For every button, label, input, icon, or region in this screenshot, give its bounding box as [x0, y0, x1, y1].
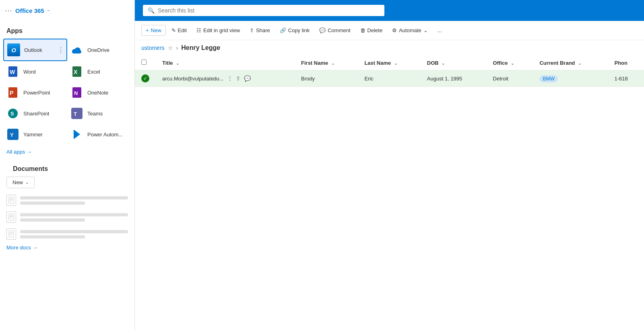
more-options-button[interactable]: ...: [433, 25, 446, 35]
app-item-word[interactable]: W Word: [3, 61, 67, 82]
excel-icon: X: [70, 65, 83, 78]
office365-link[interactable]: Office 365 →: [15, 7, 51, 14]
column-current-brand-sort-icon: ⌄: [578, 61, 581, 66]
column-last-name[interactable]: Last Name ⌄: [358, 56, 420, 70]
app-item-onedrive[interactable]: OneDrive: [67, 39, 131, 61]
column-office-label: Office: [493, 60, 508, 66]
column-last-name-sort-icon: ⌄: [394, 61, 397, 66]
column-phone[interactable]: Phon: [608, 56, 644, 70]
app-item-powerpoint[interactable]: P PowerPoint: [3, 82, 67, 103]
svg-rect-19: [9, 214, 14, 220]
breadcrumb-separator: ›: [176, 45, 178, 51]
row-current-brand-cell: BMW: [533, 70, 608, 87]
share-button[interactable]: ⇧ Share: [246, 25, 274, 35]
breadcrumb: ustomers ☆ › Henry Legge: [135, 40, 644, 56]
search-input[interactable]: [158, 7, 380, 14]
search-box[interactable]: 🔍: [143, 5, 384, 16]
app-label-powerpoint: PowerPoint: [23, 90, 50, 96]
automate-button[interactable]: ⚙ Automate ⌄: [388, 25, 432, 35]
app-item-excel[interactable]: X Excel: [67, 61, 131, 82]
row-title-cell: arcu.Morbi@vulputatedu... ⋮ ⇧ 💬: [156, 70, 295, 87]
column-office[interactable]: Office ⌄: [487, 56, 533, 70]
row-checkbox-cell[interactable]: ✓: [135, 70, 156, 87]
automate-chevron-icon: ⌄: [423, 27, 428, 33]
app-label-sharepoint: SharePoint: [23, 111, 49, 117]
column-title[interactable]: Title ⌄: [156, 56, 295, 70]
edit-label: Edit: [178, 27, 187, 33]
more-docs-link[interactable]: More docs →: [6, 240, 128, 255]
column-dob-sort-icon: ⌄: [442, 61, 445, 66]
toolbar: + New ✎ Edit ☷ Edit in grid view ⇧ Share…: [135, 21, 644, 40]
column-last-name-label: Last Name: [364, 60, 391, 66]
row-share-icon[interactable]: ⇧: [236, 75, 241, 82]
delete-button[interactable]: 🗑 Delete: [356, 25, 387, 35]
sharepoint-icon: S: [6, 107, 19, 120]
search-icon: 🔍: [148, 7, 155, 14]
app-item-power-automate[interactable]: Power Autom...: [67, 124, 131, 145]
row-last-name-cell: Eric: [358, 70, 420, 87]
new-button[interactable]: + New: [141, 25, 166, 36]
right-panel: 🔍 + New ✎ Edit ☷ Edit in grid view ⇧ Sha…: [135, 0, 644, 331]
copy-link-button[interactable]: 🔗 Copy link: [276, 25, 314, 35]
apps-section: Apps O Outlook ⋮ OneDrive: [0, 21, 134, 159]
new-document-button[interactable]: New ⌄: [6, 177, 35, 188]
row-title-text: arcu.Morbi@vulputatedu...: [162, 76, 224, 82]
more-options-label: ...: [438, 27, 442, 33]
outlook-icon: O: [7, 43, 20, 56]
edit-button[interactable]: ✎ Edit: [167, 25, 191, 35]
doc-line-3a: [20, 230, 128, 233]
onenote-icon: N: [70, 86, 83, 99]
edit-grid-label: Edit in grid view: [203, 27, 240, 33]
breadcrumb-favorite-icon[interactable]: ☆: [168, 45, 173, 51]
table-container: Title ⌄ First Name ⌄ Last Name ⌄ DOB: [135, 56, 644, 331]
column-office-sort-icon: ⌄: [511, 61, 514, 66]
office365-arrow-icon: →: [46, 8, 51, 13]
row-last-name-text: Eric: [364, 76, 373, 82]
column-dob-label: DOB: [427, 60, 439, 66]
app-label-yammer: Yammer: [23, 132, 43, 138]
waffle-icon[interactable]: ⋯: [5, 6, 12, 15]
column-current-brand[interactable]: Current Brand ⌄: [533, 56, 608, 70]
automate-label: Automate: [399, 27, 421, 33]
row-office-text: Detroit: [493, 76, 508, 82]
app-more-btn-outlook[interactable]: ⋮: [58, 46, 64, 54]
breadcrumb-parent-link[interactable]: ustomers: [141, 45, 165, 51]
power-automate-icon: [70, 128, 83, 141]
row-phone-text: 1-618: [615, 76, 628, 82]
select-all-checkbox[interactable]: [141, 60, 147, 65]
doc-file-icon-1: [6, 195, 16, 206]
more-docs-label: More docs: [6, 245, 31, 251]
comment-button[interactable]: 💬 Comment: [315, 25, 354, 35]
copy-link-icon: 🔗: [280, 27, 286, 33]
app-item-outlook[interactable]: O Outlook ⋮: [3, 39, 67, 61]
documents-title: Documents: [6, 159, 128, 177]
automate-icon: ⚙: [392, 27, 397, 33]
comment-label: Comment: [328, 27, 350, 33]
column-dob[interactable]: DOB ⌄: [421, 56, 487, 70]
delete-label: Delete: [367, 27, 383, 33]
more-docs-arrow-icon: →: [33, 245, 38, 251]
breadcrumb-current-label: Henry Legge: [181, 44, 220, 51]
row-comment-icon[interactable]: 💬: [244, 75, 251, 82]
onedrive-icon: [70, 43, 83, 56]
app-item-teams[interactable]: T Teams: [67, 103, 131, 124]
apps-grid: O Outlook ⋮ OneDrive W Word: [0, 39, 134, 145]
row-more-icon[interactable]: ⋮: [227, 75, 233, 82]
doc-item-3: [6, 228, 128, 240]
app-item-onenote[interactable]: N OneNote: [67, 82, 131, 103]
svg-text:W: W: [10, 69, 15, 75]
column-first-name[interactable]: First Name ⌄: [295, 56, 358, 70]
documents-section: Documents New ⌄: [0, 159, 134, 331]
svg-text:P: P: [10, 90, 13, 96]
table-body: ✓ arcu.Morbi@vulputatedu... ⋮ ⇧ 💬 Brody: [135, 70, 644, 87]
chevron-down-icon: ⌄: [25, 180, 29, 185]
new-document-label: New: [12, 179, 23, 185]
app-item-sharepoint[interactable]: S SharePoint: [3, 103, 67, 124]
app-item-yammer[interactable]: Y Yammer: [3, 124, 67, 145]
column-first-name-label: First Name: [301, 60, 328, 66]
all-apps-link[interactable]: All apps →: [0, 145, 134, 159]
apps-title: Apps: [0, 21, 134, 39]
edit-grid-button[interactable]: ☷ Edit in grid view: [192, 25, 244, 35]
all-apps-arrow-icon: →: [27, 149, 32, 155]
column-checkbox[interactable]: [135, 56, 156, 70]
